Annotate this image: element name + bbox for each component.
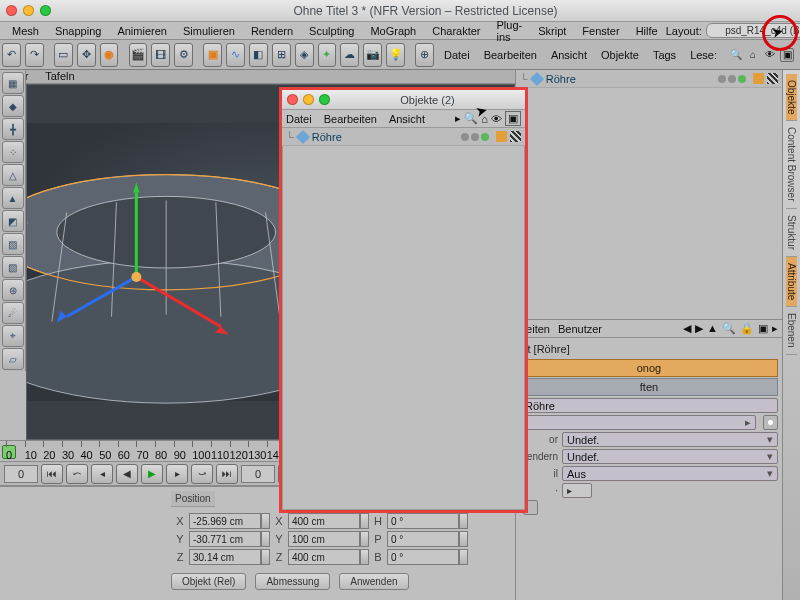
pos-x-input[interactable] — [189, 513, 261, 529]
attr-tab-basic[interactable]: onog — [520, 359, 778, 377]
size-y-input[interactable] — [288, 531, 360, 547]
size-x-input[interactable] — [288, 513, 360, 529]
menu-fenster[interactable]: Fenster — [574, 23, 627, 39]
layout-selector[interactable]: psd_R14_c4d (Benutzer) — [706, 23, 800, 38]
sidetab-attribute[interactable]: Attribute — [786, 257, 797, 307]
eye-icon[interactable]: 👁 — [763, 48, 777, 62]
play-back-button[interactable]: ◀ — [116, 464, 138, 484]
float-titlebar[interactable]: Objekte (2) — [282, 90, 525, 110]
menu-plugins[interactable]: Plug-ins — [489, 17, 531, 45]
stepper-icon[interactable] — [459, 531, 468, 547]
sidetab-content-browser[interactable]: Content Browser — [786, 121, 797, 208]
stepper-icon[interactable] — [459, 549, 468, 565]
cube-tool[interactable]: ◉ — [100, 43, 119, 67]
texture-tag-icon[interactable] — [510, 131, 521, 142]
layer-target-icon[interactable] — [763, 415, 778, 430]
goto-end-button[interactable]: ⏭ — [216, 464, 238, 484]
menu-hilfe[interactable]: Hilfe — [628, 23, 666, 39]
float-object-row[interactable]: └ Röhre — [282, 128, 525, 146]
name-field[interactable]: Röhre — [520, 398, 778, 413]
render-vis-dot[interactable] — [728, 75, 736, 83]
array-button[interactable]: ⊞ — [272, 43, 291, 67]
phong-tag-icon[interactable] — [496, 131, 507, 142]
object-mode-button[interactable]: ◆ — [2, 95, 24, 117]
close-icon[interactable] — [6, 5, 17, 16]
obj-menu-ansicht[interactable]: Ansicht — [549, 49, 589, 61]
menu-mesh[interactable]: Mesh — [4, 23, 47, 39]
sidetab-ebenen[interactable]: Ebenen — [786, 307, 797, 354]
menu-rendern[interactable]: Rendern — [243, 23, 301, 39]
float-object-name[interactable]: Röhre — [312, 131, 342, 143]
poly-mode-button[interactable]: ▲ — [2, 187, 24, 209]
next-frame-button[interactable]: ▸ — [166, 464, 188, 484]
uv-poly-button[interactable]: ▧ — [2, 256, 24, 278]
render-vis-dot[interactable] — [471, 133, 479, 141]
object-row[interactable]: └ Röhre — [516, 70, 782, 88]
model-mode-button[interactable]: ▦ — [2, 72, 24, 94]
mograph-button[interactable]: ✦ — [318, 43, 337, 67]
search-icon[interactable]: 🔍 — [722, 322, 736, 335]
apply-button[interactable]: Anwenden — [339, 573, 408, 590]
snap-toggle-button[interactable]: ⌖ — [2, 325, 24, 347]
zoom-icon[interactable] — [40, 5, 51, 16]
render-region-button[interactable]: 🎞 — [151, 43, 170, 67]
nav-fwd-icon[interactable]: ▶ — [695, 322, 703, 335]
move-tool[interactable]: ✥ — [77, 43, 96, 67]
rot-p-input[interactable] — [387, 531, 459, 547]
floating-object-manager[interactable]: Objekte (2) Datei Bearbeiten Ansicht ▸ 🔍… — [279, 87, 528, 513]
close-icon[interactable] — [287, 94, 298, 105]
enable-dot[interactable] — [481, 133, 489, 141]
object-name[interactable]: Röhre — [546, 73, 576, 85]
phong-tag-icon[interactable] — [753, 73, 764, 84]
environment-button[interactable]: ☁ — [340, 43, 359, 67]
eye-icon[interactable]: 👁 — [491, 113, 502, 125]
sidetab-struktur[interactable]: Struktur — [786, 209, 797, 257]
attr-menu-benutzer[interactable]: Benutzer — [558, 323, 602, 335]
texture-mode-button[interactable]: ◩ — [2, 210, 24, 232]
obj-menu-lese[interactable]: Lese: — [688, 49, 719, 61]
render-settings-button[interactable]: ⚙ — [174, 43, 193, 67]
redo-button[interactable]: ↷ — [25, 43, 44, 67]
attr-tab-properties[interactable]: ften — [520, 378, 778, 396]
menu-skript[interactable]: Skript — [530, 23, 574, 39]
menu-charakter[interactable]: Charakter — [424, 23, 488, 39]
layer-field[interactable]: ▸ — [520, 415, 756, 430]
axis-snap-icons[interactable]: ⊕ — [415, 43, 434, 67]
undo-button[interactable]: ↶ — [2, 43, 21, 67]
pos-y-input[interactable] — [189, 531, 261, 547]
texture-tag-icon[interactable] — [767, 73, 778, 84]
rot-h-input[interactable] — [387, 513, 459, 529]
editor-vis-dot[interactable] — [718, 75, 726, 83]
nav-back-icon[interactable]: ◀ — [683, 322, 691, 335]
editor-vis-dot[interactable] — [461, 133, 469, 141]
rot-b-input[interactable] — [387, 549, 459, 565]
menu-simulieren[interactable]: Simulieren — [175, 23, 243, 39]
frame-end-input[interactable] — [241, 465, 275, 483]
pos-z-input[interactable] — [189, 549, 261, 565]
more-menu-icon[interactable]: ▸ — [455, 112, 461, 125]
light-button[interactable]: 💡 — [386, 43, 405, 67]
obj-menu-bearbeiten[interactable]: Bearbeiten — [482, 49, 539, 61]
lock-icon[interactable]: 🔒 — [740, 322, 754, 335]
stepper-icon[interactable] — [360, 531, 369, 547]
enable-dot[interactable] — [738, 75, 746, 83]
frame-start-input[interactable] — [4, 465, 38, 483]
goto-start-button[interactable]: ⏮ — [41, 464, 63, 484]
tafeln-menu[interactable]: Tafeln — [45, 70, 74, 82]
point-mode-button[interactable]: ⁘ — [2, 141, 24, 163]
menu-arrow-icon[interactable]: ▸ — [772, 322, 778, 335]
primitive-cube-button[interactable]: ▣ — [203, 43, 222, 67]
home-icon[interactable]: ⌂ — [746, 48, 760, 62]
render-view-button[interactable]: 🎬 — [129, 43, 148, 67]
float-menu-datei[interactable]: Datei — [286, 113, 312, 125]
select-tool[interactable]: ▭ — [54, 43, 73, 67]
stepper-icon[interactable] — [261, 531, 270, 547]
edge-mode-button[interactable]: △ — [2, 164, 24, 186]
prev-key-button[interactable]: ⤺ — [66, 464, 88, 484]
dimension-button[interactable]: Abmessung — [255, 573, 330, 590]
next-key-button[interactable]: ⤻ — [191, 464, 213, 484]
undock-icon[interactable]: ▣ — [780, 48, 794, 62]
stepper-icon[interactable] — [261, 549, 270, 565]
render-vis-dropdown[interactable]: Undef.▾ — [562, 449, 778, 464]
display-dropdown[interactable]: Aus▾ — [562, 466, 778, 481]
